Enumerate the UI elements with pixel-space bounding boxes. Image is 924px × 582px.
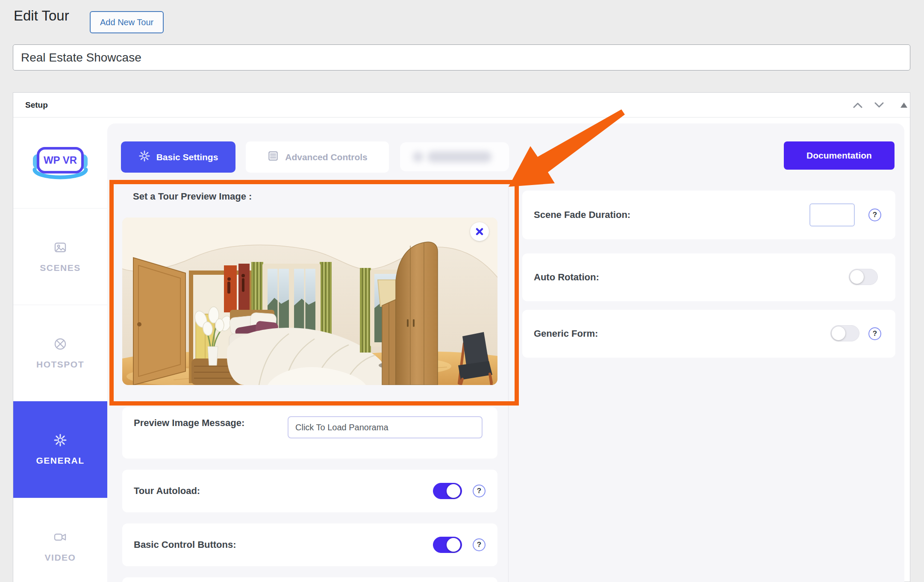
help-icon[interactable]: ? bbox=[868, 327, 881, 340]
tab-basic-settings[interactable]: Basic Settings bbox=[121, 141, 235, 173]
wpvr-logo-text: WP VR bbox=[44, 154, 77, 166]
basic-control-buttons-card: Basic Control Buttons: ? bbox=[122, 523, 497, 566]
scene-fade-duration-label: Scene Fade Duration: bbox=[534, 191, 630, 239]
preview-message-label: Preview Image Message: bbox=[134, 416, 245, 430]
settings-panel: Basic Settings Advanced Controls D bbox=[107, 123, 904, 582]
collapse-triangle-icon[interactable] bbox=[898, 100, 910, 110]
setup-metabox-body: WP VR SCENES bbox=[13, 118, 910, 582]
tab-blurred[interactable] bbox=[400, 142, 509, 171]
basic-control-buttons-toggle[interactable] bbox=[433, 537, 462, 553]
setup-metabox-header: Setup bbox=[13, 93, 910, 118]
tab-label: Basic Settings bbox=[156, 152, 218, 162]
panorama-bedroom-image bbox=[122, 218, 497, 385]
sidebar-item-scenes[interactable]: SCENES bbox=[13, 208, 107, 305]
tour-autoload-card: Tour Autoload: ? bbox=[122, 470, 497, 512]
toggle-knob bbox=[832, 326, 845, 340]
generic-form-toggle[interactable] bbox=[830, 325, 859, 341]
blurred-icon bbox=[413, 152, 423, 162]
move-down-icon[interactable] bbox=[873, 100, 885, 110]
auto-rotation-toggle[interactable] bbox=[849, 269, 878, 285]
tour-preview-image[interactable] bbox=[122, 218, 497, 385]
video-camera-icon bbox=[53, 530, 68, 546]
sidebar-item-label: VIDEO bbox=[45, 553, 76, 563]
remove-preview-button[interactable] bbox=[470, 222, 489, 241]
wpvr-edit-tour-screen: Edit Tour Add New Tour Setup bbox=[0, 0, 924, 582]
tab-label: Advanced Controls bbox=[285, 152, 368, 162]
preview-message-input[interactable] bbox=[288, 416, 483, 438]
toggle-knob bbox=[850, 270, 864, 284]
auto-rotation-label: Auto Rotation: bbox=[534, 253, 599, 301]
hotspot-icon bbox=[53, 337, 67, 353]
scene-fade-duration-input[interactable] bbox=[809, 203, 855, 226]
tour-autoload-label: Tour Autoload: bbox=[134, 470, 200, 512]
scene-fade-duration-card: Scene Fade Duration: ? bbox=[522, 191, 895, 239]
sidebar: WP VR SCENES bbox=[13, 118, 107, 582]
sidebar-item-hotspot[interactable]: HOTSPOT bbox=[13, 305, 107, 401]
tab-advanced-controls[interactable]: Advanced Controls bbox=[246, 141, 389, 173]
setup-metabox: Setup WP bbox=[13, 92, 910, 582]
next-card-edge bbox=[122, 577, 497, 582]
help-icon[interactable]: ? bbox=[473, 538, 486, 551]
help-icon[interactable]: ? bbox=[868, 209, 881, 221]
sidebar-item-video[interactable]: VIDEO bbox=[13, 498, 107, 582]
close-icon bbox=[476, 228, 483, 235]
sidebar-item-general[interactable]: GENERAL bbox=[13, 401, 107, 498]
add-new-tour-button[interactable]: Add New Tour bbox=[90, 11, 164, 33]
auto-rotation-card: Auto Rotation: bbox=[522, 253, 895, 301]
setup-metabox-title: Setup bbox=[25, 93, 48, 118]
page-title: Edit Tour bbox=[14, 8, 69, 24]
generic-form-label: Generic Form: bbox=[534, 310, 598, 358]
help-icon[interactable]: ? bbox=[473, 485, 486, 497]
gear-icon bbox=[53, 433, 67, 449]
preview-message-card: Preview Image Message: bbox=[122, 407, 497, 459]
tour-title-input[interactable] bbox=[13, 44, 910, 71]
sidebar-item-label: HOTSPOT bbox=[36, 359, 84, 370]
sidebar-item-label: GENERAL bbox=[36, 456, 84, 466]
preview-image-label: Set a Tour Preview Image : bbox=[133, 191, 252, 202]
toggle-knob bbox=[447, 484, 460, 498]
gear-icon bbox=[138, 150, 150, 164]
documentation-button[interactable]: Documentation bbox=[784, 141, 895, 170]
tour-autoload-toggle[interactable] bbox=[433, 483, 462, 499]
move-up-icon[interactable] bbox=[852, 100, 864, 110]
grid-list-icon bbox=[267, 150, 279, 164]
basic-control-buttons-label: Basic Control Buttons: bbox=[134, 523, 236, 566]
blurred-label bbox=[427, 151, 491, 162]
wpvr-logo: WP VR bbox=[13, 118, 107, 208]
highlight-box: Set a Tour Preview Image : bbox=[109, 180, 519, 406]
generic-form-card: Generic Form: ? bbox=[522, 310, 895, 358]
sidebar-item-label: SCENES bbox=[40, 263, 80, 273]
image-icon bbox=[53, 241, 67, 256]
toggle-knob bbox=[447, 538, 460, 552]
